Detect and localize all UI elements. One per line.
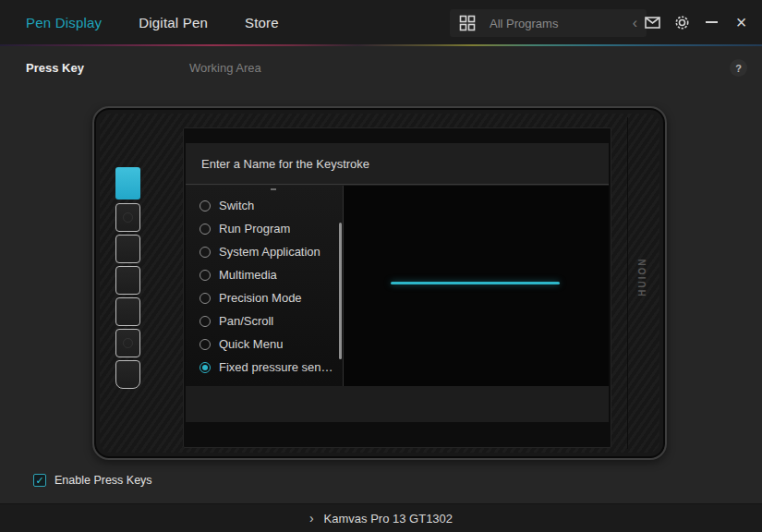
dialog-title: Enter a Name for the Keystroke [186, 143, 609, 185]
option-switch[interactable]: Switch [186, 194, 343, 217]
enable-press-keys-checkbox[interactable]: ✓ [33, 474, 46, 487]
chevron-left-icon[interactable]: ‹ [633, 16, 637, 30]
list-scrollbar[interactable] [339, 223, 342, 359]
tab-store[interactable]: Store [245, 15, 279, 30]
keystroke-option-list: Switch Run Program System Application Mu… [186, 186, 343, 386]
window-controls: × [645, 0, 749, 44]
device-bar[interactable]: › Kamvas Pro 13 GT1302 [0, 503, 762, 532]
gear-icon[interactable] [674, 15, 690, 30]
enable-press-keys-label: Enable Press Keys [54, 474, 152, 487]
press-key-button-4[interactable] [115, 266, 140, 295]
tablet-device-illustration: Enter a Name for the Keystroke Switch Ru… [92, 106, 667, 460]
option-fixed-pressure[interactable]: Fixed pressure sensi... [186, 356, 343, 379]
device-name: Kamvas Pro 13 GT1302 [324, 512, 453, 526]
option-run-program[interactable]: Run Program [186, 217, 343, 240]
radio-icon[interactable] [200, 316, 211, 327]
help-icon[interactable]: ? [730, 59, 747, 77]
radio-icon[interactable] [200, 362, 211, 373]
program-selector[interactable]: All Programs ‹ [450, 9, 647, 37]
option-system-application[interactable]: System Application [186, 240, 343, 263]
subnav-working-area[interactable]: Working Area [189, 61, 261, 75]
scroll-indicator [271, 188, 276, 190]
apps-grid-icon [459, 15, 476, 31]
mail-icon[interactable] [645, 15, 660, 30]
radio-icon[interactable] [200, 247, 211, 258]
tab-pen-display[interactable]: Pen Display [26, 15, 102, 30]
huion-logo: HUION [637, 256, 647, 298]
pressure-curve-line [391, 282, 560, 284]
press-key-button-5[interactable] [115, 297, 140, 326]
tab-digital-pen[interactable]: Digital Pen [139, 15, 208, 30]
dialog-body: Switch Run Program System Application Mu… [186, 186, 609, 386]
press-key-button-1[interactable] [115, 167, 140, 200]
press-key-button-7[interactable] [115, 360, 140, 389]
radio-icon[interactable] [200, 200, 211, 212]
tablet-seam-line [627, 117, 628, 449]
option-quick-menu[interactable]: Quick Menu [186, 332, 343, 356]
option-multimedia[interactable]: Multimedia [186, 263, 343, 286]
minimize-icon[interactable] [704, 15, 720, 30]
radio-icon[interactable] [200, 339, 211, 350]
tablet-screen: Enter a Name for the Keystroke Switch Ru… [183, 127, 611, 448]
option-precision-mode[interactable]: Precision Mode [186, 286, 343, 309]
key-glyph-icon [123, 212, 133, 223]
pressure-curve-panel [344, 186, 609, 386]
option-pan-scroll[interactable]: Pan/Scroll [186, 309, 343, 332]
chevron-right-icon[interactable]: › [309, 511, 314, 526]
close-icon[interactable]: × [733, 15, 749, 30]
radio-icon[interactable] [200, 270, 211, 281]
radio-icon[interactable] [200, 224, 211, 235]
check-icon: ✓ [35, 475, 43, 486]
key-glyph-icon [123, 338, 133, 348]
accent-gradient-divider [0, 44, 762, 46]
press-key-button-2[interactable] [115, 203, 140, 232]
keystroke-dialog: Enter a Name for the Keystroke Switch Ru… [186, 143, 609, 422]
radio-icon[interactable] [200, 293, 211, 304]
enable-press-keys-row: ✓ Enable Press Keys [33, 474, 152, 487]
press-key-button-6[interactable] [115, 329, 140, 357]
subnav-press-key[interactable]: Press Key [26, 61, 84, 75]
press-key-button-3[interactable] [115, 235, 140, 263]
program-selector-value: All Programs [490, 17, 558, 30]
